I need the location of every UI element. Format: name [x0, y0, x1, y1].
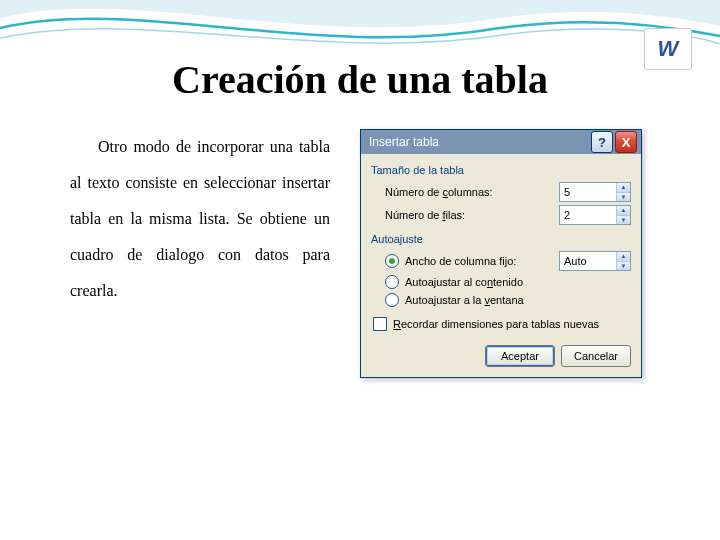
radio-fixed-label: Ancho de columna fijo: [405, 255, 559, 267]
fixed-up-icon[interactable]: ▲ [617, 252, 630, 262]
remember-label: Recordar dimensiones para tablas nuevas [393, 318, 599, 330]
dialog-title: Insertar tabla [369, 135, 591, 149]
rows-spinner[interactable]: ▲ ▼ [559, 205, 631, 225]
rows-up-icon[interactable]: ▲ [617, 206, 630, 216]
close-button[interactable]: X [615, 131, 637, 153]
insert-table-dialog: Insertar tabla ? X Tamaño de la tabla Nú… [360, 129, 642, 378]
rows-input[interactable] [560, 206, 616, 224]
radio-window-label: Autoajustar a la ventana [405, 294, 524, 306]
columns-down-icon[interactable]: ▼ [617, 193, 630, 202]
help-button[interactable]: ? [591, 131, 613, 153]
dialog-titlebar: Insertar tabla ? X [361, 130, 641, 154]
radio-autofit-content[interactable] [385, 275, 399, 289]
columns-label: Número de columnas: [385, 186, 559, 198]
columns-spinner[interactable]: ▲ ▼ [559, 182, 631, 202]
section-autofit-label: Autoajuste [371, 233, 631, 245]
remember-checkbox[interactable] [373, 317, 387, 331]
section-size-label: Tamaño de la tabla [371, 164, 631, 176]
fixed-width-spinner[interactable]: ▲ ▼ [559, 251, 631, 271]
accept-button[interactable]: Aceptar [485, 345, 555, 367]
body-paragraph: Otro modo de incorporar una tabla al tex… [70, 129, 330, 378]
fixed-down-icon[interactable]: ▼ [617, 262, 630, 271]
word-logo-icon: W [644, 28, 692, 70]
radio-content-label: Autoajustar al contenido [405, 276, 523, 288]
rows-down-icon[interactable]: ▼ [617, 216, 630, 225]
page-title: Creación de una tabla [0, 56, 720, 103]
rows-label: Número de filas: [385, 209, 559, 221]
fixed-width-input[interactable] [560, 252, 616, 270]
columns-input[interactable] [560, 183, 616, 201]
radio-fixed-width[interactable] [385, 254, 399, 268]
cancel-button[interactable]: Cancelar [561, 345, 631, 367]
columns-up-icon[interactable]: ▲ [617, 183, 630, 193]
radio-autofit-window[interactable] [385, 293, 399, 307]
